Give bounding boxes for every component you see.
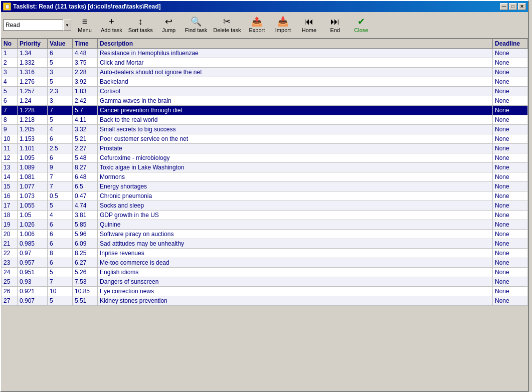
cell-no: 27 <box>2 296 18 306</box>
table-row[interactable]: 41.27653.92BaekelandNone <box>2 77 528 87</box>
header-description[interactable]: Description <box>98 39 493 49</box>
find-task-button[interactable]: 🔍 Find task <box>183 14 210 37</box>
cell-priority: 1.081 <box>18 172 48 182</box>
cell-time: 3.92 <box>73 77 98 87</box>
cell-description: Quinine <box>98 220 493 230</box>
cell-value: 5 <box>48 58 73 68</box>
table-row[interactable]: 21.33253.75Click and MortarNone <box>2 58 528 68</box>
cell-description: Kidney stones prevention <box>98 296 493 306</box>
cell-description: Back to the real world <box>98 115 493 125</box>
cell-priority: 1.218 <box>18 115 48 125</box>
cell-value: 7 <box>48 172 73 182</box>
cell-time: 3.81 <box>73 211 98 220</box>
cell-no: 26 <box>2 287 18 296</box>
table-row[interactable]: 260.9211010.85Eye correction newsNone <box>2 287 528 296</box>
menu-button[interactable]: ≡ Menu <box>72 14 97 37</box>
delete-icon: ✂ <box>223 17 231 26</box>
table-row[interactable]: 230.95766.27Me-too commerce is deadNone <box>2 258 528 268</box>
cell-deadline: None <box>493 115 528 125</box>
cell-deadline: None <box>493 77 528 87</box>
cell-description: Energy shortages <box>98 182 493 191</box>
cell-no: 9 <box>2 125 18 134</box>
table-row[interactable]: 61.2432.42Gamma waves in the brainNone <box>2 96 528 106</box>
table-row[interactable]: 161.0730.50.47Chronic pneumoniaNone <box>2 191 528 201</box>
cell-time: 5.48 <box>73 153 98 163</box>
cell-deadline: None <box>493 258 528 268</box>
home-label: Home <box>302 27 316 33</box>
dropdown-arrow[interactable]: ▼ <box>63 20 71 31</box>
cell-description: Dangers of sunscreen <box>98 277 493 287</box>
cell-no: 4 <box>2 77 18 87</box>
delete-task-button[interactable]: ✂ Delete task <box>211 14 243 37</box>
cell-time: 4.48 <box>73 49 98 58</box>
table-row[interactable]: 131.08998.27Toxic algae in Lake Washingt… <box>2 163 528 172</box>
cell-value: 5 <box>48 115 73 125</box>
header-deadline[interactable]: Deadline <box>493 39 528 49</box>
table-row[interactable]: 240.95155.26English idiomsNone <box>2 268 528 277</box>
table-row[interactable]: 81.21854.11Back to the real worldNone <box>2 115 528 125</box>
header-time[interactable]: Time <box>73 39 98 49</box>
header-no[interactable]: No <box>2 39 18 49</box>
cell-deadline: None <box>493 49 528 58</box>
table-row[interactable]: 210.98566.09Sad attitudes may be unhealt… <box>2 239 528 249</box>
cell-deadline: None <box>493 211 528 220</box>
end-button[interactable]: ⏭ End <box>322 14 347 37</box>
collection-dropdown[interactable]: Read <box>3 20 63 31</box>
cell-no: 8 <box>2 115 18 125</box>
cell-description: Poor customer service on the net <box>98 134 493 144</box>
cell-description: Prostate <box>98 144 493 153</box>
cell-time: 5.85 <box>73 220 98 230</box>
table-row[interactable]: 220.9788.25Inprise revenuesNone <box>2 249 528 258</box>
table-row[interactable]: 151.07776.5Energy shortagesNone <box>2 182 528 191</box>
cell-description: Inprise revenues <box>98 249 493 258</box>
table-row[interactable]: 91.20543.32Small secrets to big successN… <box>2 125 528 134</box>
cell-time: 3.75 <box>73 58 98 68</box>
jump-button[interactable]: ↩ Jump <box>156 14 182 37</box>
minimize-button[interactable]: — <box>500 3 508 10</box>
cell-deadline: None <box>493 163 528 172</box>
sort-tasks-button[interactable]: ↕ Sort tasks <box>126 14 155 37</box>
collection-dropdown-container: Read ▼ <box>3 20 71 31</box>
maximize-button[interactable]: □ <box>509 3 517 10</box>
cell-description: Mormons <box>98 172 493 182</box>
table-row[interactable]: 141.08176.48MormonsNone <box>2 172 528 182</box>
table-row[interactable]: 121.09565.48Cefuroxime - microbiologyNon… <box>2 153 528 163</box>
cell-description: Baekeland <box>98 77 493 87</box>
cell-deadline: None <box>493 144 528 153</box>
cell-priority: 1.153 <box>18 134 48 144</box>
table-row[interactable]: 71.22875.7Cancer prevention through diet… <box>2 106 528 115</box>
table-row[interactable]: 250.9377.53Dangers of sunscreenNone <box>2 277 528 287</box>
cell-value: 6 <box>48 134 73 144</box>
close-window-button[interactable]: ✕ <box>518 3 526 10</box>
table-row[interactable]: 11.3464.48Resistance in Hemophilus influ… <box>2 49 528 58</box>
table-row[interactable]: 181.0543.81GDP growth in the USNone <box>2 211 528 220</box>
table-row[interactable]: 191.02665.85QuinineNone <box>2 220 528 230</box>
header-value[interactable]: Value <box>48 39 73 49</box>
task-table: No Priority Value Time Description Deadl… <box>1 39 528 306</box>
table-row[interactable]: 101.15365.21Poor customer service on the… <box>2 134 528 144</box>
cell-priority: 1.055 <box>18 201 48 211</box>
table-row[interactable]: 201.00665.96Software piracy on auctionsN… <box>2 230 528 239</box>
table-row[interactable]: 171.05554.74Socks and sleepNone <box>2 201 528 211</box>
cell-value: 2.5 <box>48 144 73 153</box>
cell-priority: 1.095 <box>18 153 48 163</box>
task-table-container[interactable]: No Priority Value Time Description Deadl… <box>1 39 528 391</box>
close-button[interactable]: ✔ Close <box>348 14 374 37</box>
import-button[interactable]: 📥 Import <box>270 14 295 37</box>
header-priority[interactable]: Priority <box>18 39 48 49</box>
table-row[interactable]: 111.1012.52.27ProstateNone <box>2 144 528 153</box>
table-row[interactable]: 31.31632.28Auto-dealers should not ignor… <box>2 68 528 77</box>
cell-description: Click and Mortar <box>98 58 493 68</box>
cell-description: Toxic algae in Lake Washington <box>98 163 493 172</box>
cell-value: 4 <box>48 125 73 134</box>
table-row[interactable]: 270.90755.51Kidney stones preventionNone <box>2 296 528 306</box>
export-button[interactable]: 📤 Export <box>244 14 269 37</box>
add-task-button[interactable]: + Add task <box>98 14 125 37</box>
menu-label: Menu <box>78 27 92 33</box>
cell-no: 23 <box>2 258 18 268</box>
home-button[interactable]: ⏮ Home <box>296 14 321 37</box>
cell-value: 3 <box>48 68 73 77</box>
cell-deadline: None <box>493 96 528 106</box>
table-row[interactable]: 51.2572.31.83CortisolNone <box>2 87 528 96</box>
cell-priority: 0.93 <box>18 277 48 287</box>
